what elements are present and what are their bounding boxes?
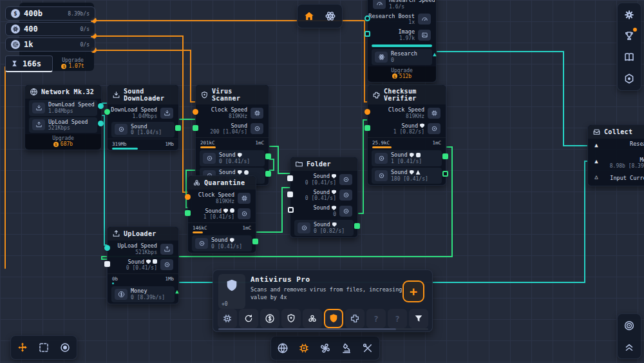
shop-slot-processor[interactable] [218, 309, 237, 328]
uploader-node[interactable]: UpLoader UpLoad Speed521Kbps Sound0 [0.4… [107, 226, 179, 304]
sound-input-port-empty[interactable] [288, 207, 294, 213]
verified-sound-output-port[interactable] [442, 153, 448, 159]
research-input-port[interactable] [593, 142, 600, 148]
shop-slot-biohazard[interactable] [303, 309, 322, 328]
coin-icon [392, 74, 397, 79]
sound-input-port[interactable] [193, 125, 198, 131]
shop-slot-refresh[interactable] [239, 309, 258, 328]
sound-input-port[interactable] [365, 125, 370, 131]
circle-tool-icon [59, 342, 71, 353]
dollar-icon [115, 289, 128, 300]
node-title: Network Mk.32 [41, 88, 94, 95]
node-title: UpLoader [124, 230, 156, 237]
move-tool-button[interactable] [13, 338, 32, 357]
shield-badge-icon [146, 259, 151, 264]
shop-slot-money[interactable] [260, 309, 279, 328]
download-icon [32, 103, 45, 113]
dock-hardware-button[interactable] [294, 338, 314, 358]
shop-slot-checksum[interactable] [345, 309, 365, 328]
upgrade-button[interactable]: Upgrade 512b [368, 66, 436, 82]
sound-input-port[interactable] [287, 175, 293, 181]
research-tab-button[interactable] [321, 6, 340, 26]
dock-network-button[interactable] [273, 338, 292, 358]
shop-scrollbar[interactable] [218, 328, 428, 330]
download-output-port[interactable] [98, 103, 104, 109]
audio-file-icon [160, 259, 173, 270]
sound-output-port[interactable] [175, 125, 181, 131]
library-button[interactable] [620, 48, 639, 67]
puzzle-badge-icon [153, 259, 157, 264]
folder-icon [295, 160, 303, 168]
virus-badge-icon [244, 170, 249, 175]
upgrade-button[interactable]: Upgrade 1.07t [53, 57, 93, 69]
shop-slot-locked[interactable]: ? [366, 309, 386, 328]
image-input-port[interactable] [365, 31, 370, 37]
upgrade-button[interactable]: Upgrade 687b [25, 134, 101, 150]
top-nav [297, 4, 343, 28]
owned-count: +0 [222, 301, 228, 307]
audio-file-icon [339, 174, 352, 185]
antivirus-shield-icon [286, 313, 296, 324]
antivirus-pro-shield-icon [328, 313, 339, 324]
settings-gear-icon [623, 9, 635, 21]
dock-cooling-button[interactable] [316, 338, 335, 358]
research-atom-icon [325, 10, 336, 22]
cycle-bar [200, 146, 216, 148]
sound-output-port[interactable] [354, 223, 360, 229]
collapse-button[interactable] [620, 337, 639, 357]
shield-badge-icon [223, 208, 228, 213]
virus-sound-output-port[interactable] [265, 171, 271, 177]
coin-icon [53, 142, 59, 147]
chip-icon [251, 108, 263, 119]
currency-input-port-empty[interactable] [593, 174, 600, 180]
sound-input-port[interactable] [185, 210, 191, 216]
sound-input-port[interactable] [104, 261, 110, 267]
audio-file-icon [238, 208, 251, 219]
collect-node[interactable]: Collect Research0 Money8.98b [8.39b/s] I… [587, 124, 644, 186]
dock-tools-button[interactable] [358, 338, 377, 358]
select-tool-button[interactable] [34, 338, 53, 357]
clean-sound-output-port[interactable] [265, 153, 271, 159]
network-node[interactable]: Network Mk.32 DownLoad Speed1.04Mbps UpL… [24, 84, 102, 150]
speed-input-port[interactable] [104, 109, 110, 115]
shield-badge-icon [332, 222, 337, 227]
shop-slot-locked[interactable]: ? [388, 309, 407, 328]
circle-tool-button[interactable] [55, 338, 75, 357]
folder-node[interactable]: Folder Sound0 [0.41/s] Sound0 [0.41/s] S… [290, 157, 358, 238]
shop-slot-filter[interactable] [409, 309, 428, 328]
gauge-icon [418, 14, 431, 25]
badges-button[interactable] [620, 69, 639, 88]
shield-badge-icon [410, 170, 414, 175]
collapse-chevrons-icon [623, 341, 635, 353]
clock-input-port[interactable] [193, 109, 198, 115]
sound-input-port[interactable] [287, 191, 293, 197]
checksum-verifier-node[interactable]: Checksum Verifier Clock Speed819KHz Soun… [367, 84, 446, 186]
settings-button[interactable] [620, 5, 639, 25]
home-button[interactable] [299, 6, 319, 26]
failed-sound-output-port[interactable] [442, 171, 448, 177]
research-progress-bar [372, 44, 432, 47]
virus-scanner-node[interactable]: Virus Scanner Clock Speed819KHz Sound200… [195, 84, 269, 186]
recenter-button[interactable] [620, 316, 639, 335]
sound-downloader-node[interactable]: Sound DownLoader DownLoad Speed1.04Mbps … [107, 84, 179, 151]
achievements-button[interactable] [620, 26, 639, 46]
shop-slot-antivirus-pro[interactable] [324, 309, 343, 328]
shop-scrollbar-thumb[interactable] [218, 328, 396, 330]
game-canvas[interactable]: { "colors": {"accent_orange": "#ff9416",… [0, 0, 644, 363]
upload-output-port[interactable] [98, 121, 104, 126]
shop-slot-antivirus[interactable] [281, 309, 301, 328]
money-input-port[interactable] [593, 159, 600, 164]
add-item-button[interactable]: + [402, 280, 424, 302]
clock-input-port[interactable] [185, 194, 191, 200]
research-generator-node[interactable]: Research Speed1.6/s Research Boost1x Ima… [367, 0, 437, 83]
speed-input-port[interactable] [104, 245, 110, 251]
boost-input-port[interactable] [365, 15, 370, 21]
download-icon [112, 91, 120, 99]
bottom-left-toolbar [10, 335, 77, 360]
dock-lab-button[interactable] [337, 338, 356, 358]
clock-input-port[interactable] [365, 109, 370, 115]
money-output-port[interactable] [174, 289, 180, 295]
quarantine-node[interactable]: Quarantine Clock Speed819KHz Sound1 [0.4… [187, 175, 256, 253]
research-output-port[interactable] [431, 52, 438, 57]
clean-sound-output-port[interactable] [252, 239, 258, 244]
